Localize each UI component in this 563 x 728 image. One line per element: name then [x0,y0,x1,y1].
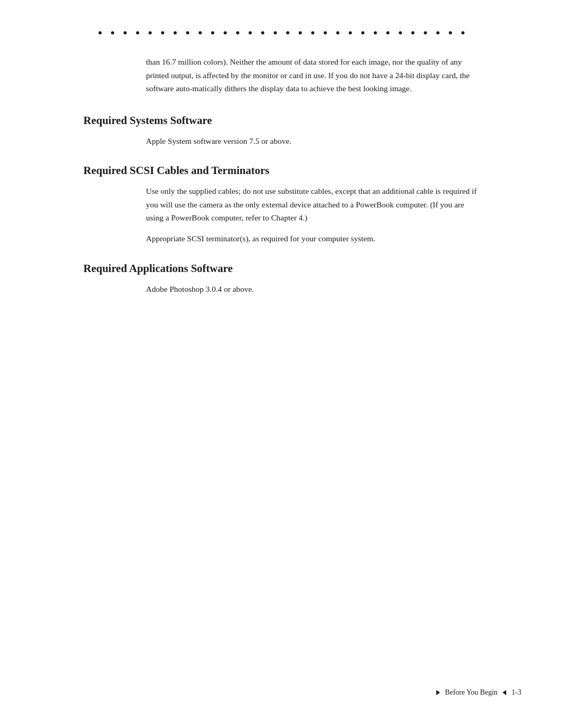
section-title-required-applications-software: Required Applications Software [83,262,521,275]
decorative-dot [449,31,452,34]
decorative-dot [149,31,152,34]
decorative-dot [124,31,127,34]
section-required-applications-software: Required Applications SoftwareAdobe Phot… [42,262,521,296]
section-title-required-scsi-cables: Required SCSI Cables and Terminators [83,164,521,177]
page-footer: Before You Begin 1-3 [436,688,521,697]
decorative-dot [386,31,389,34]
decorative-dot [161,31,164,34]
decorative-dot [361,31,364,34]
section-body-required-scsi-cables: Use only the supplied cables; do not use… [146,184,480,245]
sections-container: Required Systems SoftwareApple System so… [42,114,521,295]
decorative-dot [286,31,289,34]
footer-right-arrow-icon [436,690,440,695]
decorative-dot [274,31,277,34]
decorative-dot [99,31,102,34]
decorative-dot [461,31,464,34]
decorative-dot [411,31,414,34]
section-title-required-systems-software: Required Systems Software [83,114,521,127]
section-paragraph: Appropriate SCSI terminator(s), as requi… [146,232,480,245]
decorative-dot [436,31,439,34]
decorative-dot [211,31,214,34]
intro-paragraph: than 16.7 million colors). Neither the a… [146,55,480,95]
decorative-dot [336,31,339,34]
decorative-dot [186,31,189,34]
decorative-dots-row [0,0,563,55]
section-body-required-applications-software: Adobe Photoshop 3.0.4 or above. [146,282,480,296]
section-body-required-systems-software: Apple System software version 7.5 or abo… [146,134,480,148]
decorative-dot [224,31,227,34]
section-required-scsi-cables: Required SCSI Cables and TerminatorsUse … [42,164,521,245]
decorative-dot [349,31,352,34]
decorative-dot [424,31,427,34]
content-area: than 16.7 million colors). Neither the a… [0,55,563,295]
decorative-dot [324,31,327,34]
section-paragraph: Use only the supplied cables; do not use… [146,184,480,225]
decorative-dot [174,31,177,34]
footer-left-arrow-icon [503,690,506,695]
footer-chapter-label: Before You Begin [445,688,498,697]
decorative-dot [249,31,252,34]
decorative-dot [399,31,402,34]
decorative-dot [374,31,377,34]
decorative-dot [199,31,202,34]
decorative-dot [311,31,314,34]
decorative-dot [299,31,302,34]
decorative-dot [261,31,264,34]
section-paragraph: Apple System software version 7.5 or abo… [146,134,480,148]
section-paragraph: Adobe Photoshop 3.0.4 or above. [146,282,480,296]
decorative-dot [111,31,114,34]
section-required-systems-software: Required Systems SoftwareApple System so… [42,114,521,148]
footer-page-number: 1-3 [511,688,521,697]
decorative-dot [236,31,239,34]
page: than 16.7 million colors). Neither the a… [0,0,563,728]
decorative-dot [136,31,139,34]
